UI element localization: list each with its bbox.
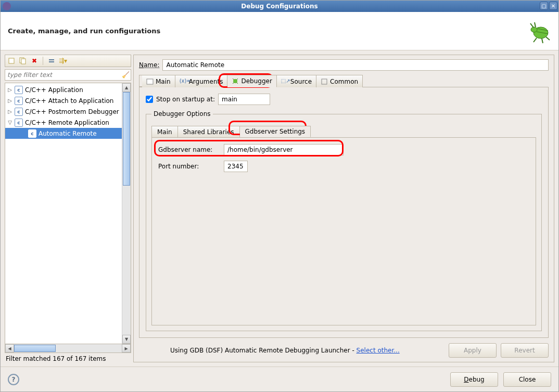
- arguments-tab-icon: (x)=: [180, 78, 187, 85]
- select-other-link[interactable]: Select other...: [357, 347, 400, 354]
- name-label: Name:: [139, 61, 159, 69]
- c-project-icon: c: [15, 97, 23, 105]
- new-config-icon[interactable]: [7, 57, 16, 65]
- subtab-gdbserver-settings[interactable]: Gdbserver Settings: [240, 126, 311, 137]
- tree-label: Automatic Remote: [39, 130, 97, 137]
- maximize-icon[interactable]: ▢: [540, 2, 548, 10]
- stop-on-startup-input[interactable]: [218, 94, 270, 105]
- footer: ? Debug Close: [1, 367, 558, 391]
- tree-label: C/C++ Attach to Application: [25, 97, 113, 104]
- button-label: Apply: [464, 347, 481, 354]
- separator: [43, 57, 43, 65]
- tab-common[interactable]: Common: [316, 75, 363, 87]
- expand-icon[interactable]: ▷: [7, 87, 12, 93]
- header: Create, manage, and run configurations: [1, 12, 558, 50]
- scrollbar-track[interactable]: [14, 344, 122, 352]
- filter-status: Filter matched 167 of 167 items: [5, 353, 131, 362]
- subtab-label: Shared Libraries: [183, 128, 234, 136]
- debugger-options-legend: Debugger Options: [151, 110, 213, 117]
- subtab-row: Main Shared Libraries Gdbserver Settings: [151, 126, 536, 138]
- port-number-input[interactable]: [224, 161, 248, 172]
- collapse-icon[interactable]: ▽: [7, 120, 12, 125]
- tab-body: Stop on startup at: Debugger Options Mai…: [139, 87, 549, 338]
- tab-label: Debugger: [241, 77, 272, 85]
- tab-label: Source: [290, 78, 312, 85]
- name-row: Name:: [139, 59, 549, 71]
- tab-arguments[interactable]: (x)= Arguments: [175, 75, 228, 87]
- tab-main[interactable]: Main: [142, 75, 175, 87]
- subtab-label: Gdbserver Settings: [245, 128, 306, 135]
- delete-icon[interactable]: ✖: [30, 57, 39, 65]
- debugger-options-group: Debugger Options Main Shared Libraries G…: [146, 110, 542, 331]
- tree-container: ▷ c C/C++ Application ▷ c C/C++ Attach t…: [5, 83, 131, 344]
- c-project-icon: c: [15, 86, 23, 94]
- debugger-tab-icon: [232, 77, 239, 85]
- scroll-left-icon[interactable]: ◀: [5, 344, 14, 352]
- tree-label: C/C++ Postmortem Debugger: [25, 108, 119, 115]
- scroll-up-icon[interactable]: ▲: [122, 83, 131, 92]
- tab-label: Main: [156, 78, 171, 85]
- subtab-body: Gdbserver name: Port number:: [151, 138, 536, 325]
- port-number-row: Port number:: [158, 161, 529, 172]
- bug-icon: [525, 18, 551, 44]
- close-icon[interactable]: ✕: [549, 2, 557, 10]
- expand-icon[interactable]: ▷: [7, 98, 12, 103]
- tab-row: Main (x)= Arguments Debugger ⬚↗ Source C…: [139, 75, 549, 87]
- svg-line-17: [236, 82, 238, 84]
- tabs-wrapper: Main (x)= Arguments Debugger ⬚↗ Source C…: [139, 75, 549, 87]
- stop-on-startup-label: Stop on startup at:: [156, 96, 215, 103]
- window-title: Debug Configurations: [241, 3, 317, 10]
- svg-line-16: [233, 82, 234, 84]
- filter-input[interactable]: [5, 69, 131, 81]
- tree-item-c-app[interactable]: ▷ c C/C++ Application: [5, 84, 122, 95]
- main-tab-icon: [146, 78, 154, 85]
- subtab-shared-libraries[interactable]: Shared Libraries: [178, 126, 240, 137]
- scrollbar-thumb[interactable]: [123, 92, 130, 186]
- button-label: Close: [519, 376, 536, 383]
- config-tree[interactable]: ▷ c C/C++ Application ▷ c C/C++ Attach t…: [5, 83, 122, 344]
- gdbserver-name-input[interactable]: [224, 144, 344, 155]
- subtabs-wrapper: Main Shared Libraries Gdbserver Settings: [151, 123, 536, 138]
- tree-label: C/C++ Remote Application: [25, 119, 109, 126]
- c-project-icon: c: [28, 129, 36, 138]
- svg-line-4: [533, 38, 537, 42]
- tab-debugger[interactable]: Debugger: [227, 75, 276, 87]
- app-icon: [3, 2, 11, 10]
- scroll-down-icon[interactable]: ▼: [122, 335, 131, 344]
- tab-source[interactable]: ⬚↗ Source: [277, 75, 316, 87]
- content: ✖ ⇶▾ 🧹 ▷ c C/C++ Application ▷: [1, 50, 558, 367]
- clear-filter-icon[interactable]: 🧹: [121, 71, 130, 79]
- stop-on-startup-row: Stop on startup at:: [146, 94, 542, 105]
- collapse-all-icon[interactable]: [47, 57, 56, 65]
- revert-button[interactable]: Revert: [501, 343, 549, 358]
- horizontal-scrollbar[interactable]: ◀ ▶: [5, 344, 131, 353]
- svg-line-2: [530, 23, 533, 28]
- svg-rect-18: [322, 79, 327, 84]
- help-icon[interactable]: ?: [8, 374, 19, 385]
- scroll-right-icon[interactable]: ▶: [122, 344, 131, 352]
- subtab-main[interactable]: Main: [151, 126, 178, 137]
- right-pane: Name: Main (x)= Arguments Debugger: [133, 55, 554, 362]
- tree-item-c-postmortem[interactable]: ▷ c C/C++ Postmortem Debugger: [5, 106, 122, 117]
- tree-item-c-remote[interactable]: ▽ c C/C++ Remote Application: [5, 117, 122, 128]
- titlebar: Debug Configurations ▢ ✕: [1, 1, 558, 12]
- expand-icon[interactable]: ▷: [7, 109, 12, 114]
- filter-icon[interactable]: ⇶▾: [59, 57, 67, 65]
- tree-item-automatic-remote[interactable]: c Automatic Remote: [5, 128, 122, 139]
- apply-button[interactable]: Apply: [449, 343, 497, 358]
- port-number-label: Port number:: [158, 163, 220, 170]
- close-button[interactable]: Close: [503, 372, 551, 387]
- common-tab-icon: [321, 78, 328, 85]
- tab-label: Common: [330, 78, 358, 85]
- stop-on-startup-checkbox[interactable]: [146, 96, 153, 103]
- scrollbar-thumb[interactable]: [14, 345, 56, 352]
- svg-line-3: [535, 22, 536, 27]
- filter-row: 🧹: [5, 69, 131, 81]
- name-input[interactable]: [162, 59, 549, 71]
- tree-item-c-attach[interactable]: ▷ c C/C++ Attach to Application: [5, 95, 122, 106]
- dialog-window: Debug Configurations ▢ ✕ Create, manage,…: [0, 0, 559, 392]
- vertical-scrollbar[interactable]: ▲ ▼: [122, 83, 131, 344]
- duplicate-icon[interactable]: [19, 57, 27, 65]
- debug-button[interactable]: Debug: [450, 372, 498, 387]
- svg-line-15: [236, 79, 238, 80]
